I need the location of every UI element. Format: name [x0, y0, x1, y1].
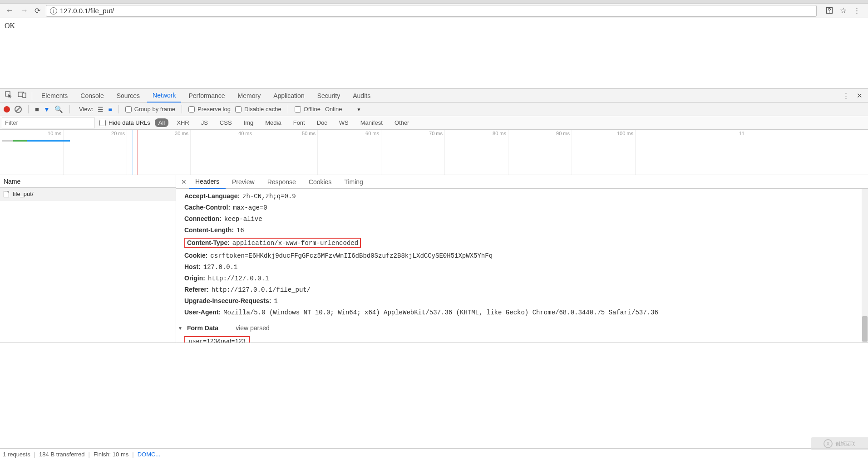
chevron-down-icon: ▼ [178, 326, 182, 331]
header-user-agent: User-Agent:Mozilla/5.0 (Windows NT 10.0;… [184, 307, 868, 318]
key-icon[interactable]: ⚿ [826, 6, 833, 15]
watermark-logo-icon: X [824, 439, 833, 448]
request-row[interactable]: file_put/ [0, 188, 176, 201]
detail-tab-timing[interactable]: Timing [338, 176, 370, 188]
site-info-icon[interactable]: i [50, 7, 57, 15]
filter-type-media[interactable]: Media [261, 118, 285, 127]
chrome-menu-icon[interactable]: ⋮ [853, 6, 861, 15]
status-finish: Finish: 10 ms [94, 451, 128, 458]
page-response-text: OK [5, 22, 15, 29]
timeline-overview[interactable]: 10 ms 20 ms 30 ms 40 ms 50 ms 60 ms 70 m… [0, 130, 868, 175]
request-name: file_put/ [13, 191, 34, 197]
devtools-close-icon[interactable]: ✕ [853, 92, 865, 100]
tab-performance[interactable]: Performance [183, 89, 230, 102]
filter-type-manifest[interactable]: Manifest [357, 118, 386, 127]
close-details-icon[interactable]: ✕ [179, 178, 189, 186]
address-bar: ← → ⟳ i 127.0.0.1/file_put/ ⚿ ☆ ⋮ [0, 4, 868, 18]
network-toolbar: ■ ▼ 🔍 View: ☰ ≡ Group by frame Preserve … [0, 103, 868, 116]
url-text: 127.0.0.1/file_put/ [60, 7, 114, 15]
status-requests: 1 requests [3, 451, 30, 458]
browser-tabstrip [0, 0, 868, 4]
back-button[interactable]: ← [5, 6, 14, 15]
header-host: Host:127.0.0.1 [184, 261, 868, 273]
detail-tab-response[interactable]: Response [261, 176, 302, 188]
document-icon [4, 191, 9, 197]
filter-input[interactable] [2, 117, 95, 128]
url-input[interactable]: i 127.0.0.1/file_put/ [46, 5, 817, 17]
view-waterfall-icon[interactable]: ≡ [108, 106, 112, 113]
view-list-icon[interactable]: ☰ [98, 106, 104, 113]
filter-type-font[interactable]: Font [290, 118, 309, 127]
watermark: X 创新互联 [811, 437, 868, 450]
filter-type-xhr[interactable]: XHR [173, 118, 192, 127]
detail-tab-preview[interactable]: Preview [226, 176, 261, 188]
filter-toggle-icon[interactable]: ▼ [44, 106, 50, 113]
group-by-frame-checkbox[interactable]: Group by frame [125, 106, 175, 113]
device-toolbar-icon[interactable] [16, 92, 28, 99]
header-cache-control: Cache-Control:max-age=0 [184, 202, 868, 213]
tab-audits[interactable]: Audits [347, 89, 376, 102]
scrollbar[interactable] [862, 189, 868, 343]
filter-type-doc[interactable]: Doc [313, 118, 331, 127]
header-accept-language: Accept-Language:zh-CN,zh;q=0.9 [184, 191, 868, 202]
tab-console[interactable]: Console [75, 89, 109, 102]
headers-body[interactable]: Accept-Language:zh-CN,zh;q=0.9 Cache-Con… [176, 189, 868, 343]
devtools-tabbar: Elements Console Sources Network Perform… [0, 89, 868, 103]
view-parsed-link[interactable]: view parsed [236, 324, 270, 332]
clear-button[interactable] [15, 106, 22, 113]
screenshot-icon[interactable]: ■ [35, 105, 39, 113]
filter-type-all[interactable]: All [155, 118, 168, 127]
form-data-raw: user=123&pwd=123 [184, 336, 250, 343]
detail-tab-headers[interactable]: Headers [189, 175, 226, 189]
inspect-element-icon[interactable] [3, 91, 15, 100]
status-transferred: 184 B transferred [39, 451, 84, 458]
view-label: View: [79, 106, 94, 113]
svg-rect-2 [23, 93, 26, 98]
filter-bar: Hide data URLs All XHR JS CSS Img Media … [0, 116, 868, 130]
page-content: OK [0, 18, 868, 88]
disable-cache-checkbox[interactable]: Disable cache [235, 106, 281, 113]
throttling-select[interactable]: Online▼ [325, 106, 361, 113]
hide-data-urls-checkbox[interactable]: Hide data URLs [99, 119, 150, 126]
request-list: Name file_put/ [0, 175, 176, 343]
status-bar: 1 requests | 184 B transferred | Finish:… [0, 448, 868, 460]
offline-checkbox[interactable]: Offline [295, 106, 321, 113]
devtools-menu-icon[interactable]: ⋮ [840, 92, 852, 100]
reload-button[interactable]: ⟳ [35, 6, 40, 15]
filter-type-ws[interactable]: WS [335, 118, 352, 127]
form-data-section[interactable]: ▼ Form Data view parsed [178, 318, 868, 333]
header-referer: Referer:http://127.0.0.1/file_put/ [184, 284, 868, 295]
header-upgrade-insecure: Upgrade-Insecure-Requests:1 [184, 295, 868, 307]
devtools-panel: Elements Console Sources Network Perform… [0, 88, 868, 343]
filter-type-img[interactable]: Img [240, 118, 257, 127]
filter-type-css[interactable]: CSS [216, 118, 236, 127]
request-list-header[interactable]: Name [0, 175, 176, 188]
tab-application[interactable]: Application [268, 89, 310, 102]
filter-type-other[interactable]: Other [391, 118, 413, 127]
detail-tab-cookies[interactable]: Cookies [302, 176, 338, 188]
tab-security[interactable]: Security [312, 89, 346, 102]
bookmark-star-icon[interactable]: ☆ [840, 6, 847, 15]
preserve-log-checkbox[interactable]: Preserve log [188, 106, 231, 113]
header-cookie: Cookie:csrftoken=E6HKdkj9ducFFgGFcz5MFzv… [184, 250, 868, 261]
record-button[interactable] [4, 106, 10, 113]
filter-type-js[interactable]: JS [197, 118, 212, 127]
status-domcontentloaded: DOMC... [138, 451, 161, 458]
search-icon[interactable]: 🔍 [54, 105, 63, 113]
header-content-length: Content-Length:16 [184, 225, 868, 236]
header-origin: Origin:http://127.0.0.1 [184, 273, 868, 284]
request-details: ✕ Headers Preview Response Cookies Timin… [176, 175, 868, 343]
tab-network[interactable]: Network [147, 89, 181, 103]
header-content-type: Content-Type:application/x-www-form-urle… [184, 236, 868, 250]
tab-sources[interactable]: Sources [111, 89, 145, 102]
header-connection: Connection:keep-alive [184, 213, 868, 225]
forward-button[interactable]: → [20, 6, 28, 15]
tab-elements[interactable]: Elements [36, 89, 73, 102]
tab-memory[interactable]: Memory [232, 89, 266, 102]
